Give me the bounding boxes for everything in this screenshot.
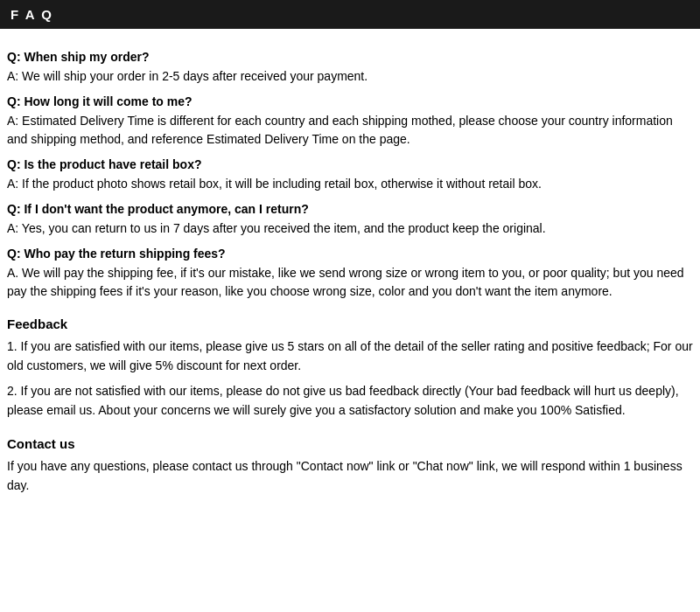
faq-question: Q: If I don't want the product anymore, … [7, 202, 693, 216]
faq-item: Q: Who pay the return shipping fees?A. W… [7, 247, 693, 301]
faq-answer: A: We will ship your order in 2-5 days a… [7, 67, 693, 86]
faq-question: Q: Who pay the return shipping fees? [7, 247, 693, 261]
faq-question: Q: How long it will come to me? [7, 94, 693, 108]
faq-list: Q: When ship my order?A: We will ship yo… [7, 50, 693, 301]
contact-title: Contact us [7, 436, 693, 451]
faq-item: Q: If I don't want the product anymore, … [7, 202, 693, 238]
feedback-point: 1. If you are satisfied with our items, … [7, 337, 693, 376]
faq-item: Q: How long it will come to me?A: Estima… [7, 94, 693, 149]
feedback-point: 2. If you are not satisfied with our ite… [7, 381, 693, 421]
main-content: Q: When ship my order?A: We will ship yo… [0, 38, 700, 504]
contact-text: If you have any questions, please contac… [7, 456, 693, 496]
faq-item: Q: When ship my order?A: We will ship yo… [7, 50, 693, 86]
faq-header: F A Q [0, 0, 700, 29]
faq-answer: A: If the product photo shows retail box… [7, 175, 693, 193]
feedback-title: Feedback [7, 316, 693, 331]
faq-question: Q: Is the product have retail box? [7, 157, 693, 171]
feedback-points: 1. If you are satisfied with our items, … [7, 337, 693, 421]
contact-section: Contact us If you have any questions, pl… [7, 436, 693, 496]
faq-answer: A. We will pay the shipping fee, if it's… [7, 264, 693, 301]
faq-item: Q: Is the product have retail box?A: If … [7, 157, 693, 193]
faq-answer: A: Yes, you can return to us in 7 days a… [7, 219, 693, 238]
faq-question: Q: When ship my order? [7, 50, 693, 64]
feedback-section: Feedback 1. If you are satisfied with ou… [7, 316, 693, 421]
faq-answer: A: Estimated Delivery Time is different … [7, 112, 693, 149]
